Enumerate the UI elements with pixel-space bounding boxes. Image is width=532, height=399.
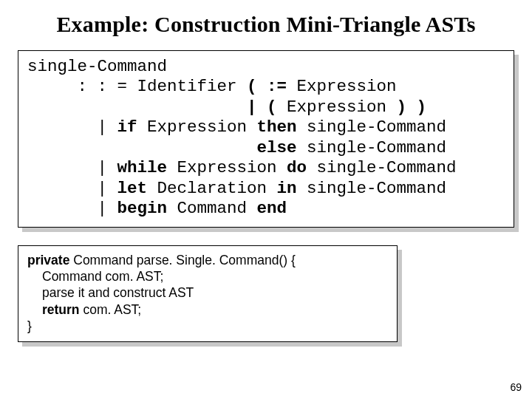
kw-private: private <box>27 253 69 267</box>
grammar-terminal: ( := <box>247 77 297 96</box>
grammar-terminal: else <box>257 138 307 157</box>
code-line: } <box>27 318 388 334</box>
code-rest: Command parse. Single. Command() { <box>69 253 295 267</box>
grammar-terminal: then <box>257 117 307 137</box>
grammar-terminal: if <box>117 117 148 137</box>
grammar-line: Command <box>177 199 257 218</box>
code-text: private Command parse. Single. Command()… <box>27 252 388 335</box>
grammar-line: Expression <box>287 98 397 117</box>
grammar-line: single-Command <box>307 117 446 137</box>
grammar-line: | <box>27 117 117 137</box>
grammar-terminal: ) ) <box>397 98 427 117</box>
grammar-line: single-Command <box>317 158 457 177</box>
grammar-terminal: do <box>287 158 317 177</box>
grammar-line: Declaration <box>157 179 277 198</box>
code-line: parse it and construct AST <box>27 284 388 301</box>
grammar-line: single-Command <box>27 57 167 76</box>
grammar-line: | <box>27 199 117 218</box>
grammar-terminal: | ( <box>247 98 287 117</box>
grammar-box: single-Command : : = Identifier ( := Exp… <box>18 50 514 228</box>
grammar-line: | <box>27 179 117 198</box>
grammar-line: single-Command <box>307 138 446 157</box>
code-line: Command com. AST; <box>27 268 388 284</box>
grammar-terminal: begin <box>117 199 177 218</box>
grammar-line: : : = Identifier <box>27 77 247 96</box>
code-line: return com. AST; <box>27 301 388 318</box>
grammar-line <box>27 138 257 157</box>
code-line: private Command parse. Single. Command()… <box>27 252 388 268</box>
grammar-line: | <box>27 158 117 177</box>
grammar-terminal: let <box>117 179 157 198</box>
grammar-terminal: end <box>257 199 287 218</box>
code-box-inner: private Command parse. Single. Command()… <box>18 245 398 343</box>
grammar-text: single-Command : : = Identifier ( := Exp… <box>27 57 505 219</box>
slide-title: Example: Construction Mini-Triangle ASTs <box>16 12 516 37</box>
grammar-terminal: in <box>277 179 307 198</box>
grammar-line <box>27 98 247 117</box>
grammar-line: Expression <box>177 158 287 177</box>
grammar-terminal: while <box>117 158 177 177</box>
grammar-line: Expression <box>147 117 257 137</box>
grammar-line: single-Command <box>307 179 446 198</box>
grammar-line: Expression <box>297 77 397 96</box>
page-number: 69 <box>510 381 522 393</box>
code-rest: com. AST; <box>80 302 142 317</box>
code-box: private Command parse. Single. Command()… <box>18 245 398 343</box>
kw-return: return <box>42 302 80 317</box>
grammar-box-inner: single-Command : : = Identifier ( := Exp… <box>18 50 514 228</box>
